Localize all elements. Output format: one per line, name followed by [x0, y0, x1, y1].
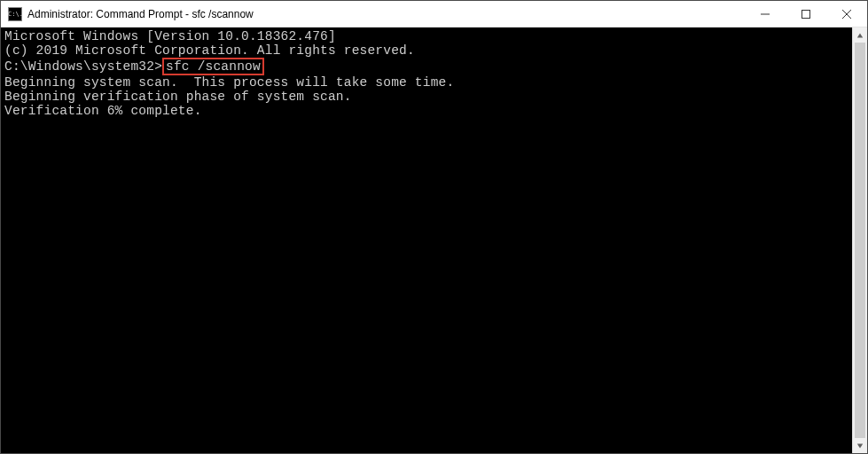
titlebar[interactable]: C:\. Administrator: Command Prompt - sfc…: [1, 1, 867, 27]
scroll-down-button[interactable]: [853, 438, 867, 453]
maximize-button[interactable]: [786, 1, 826, 27]
minimize-button[interactable]: [745, 1, 786, 27]
svg-marker-5: [857, 443, 863, 448]
chevron-down-icon: [856, 442, 864, 450]
output-line: Beginning verification phase of system s…: [4, 90, 852, 104]
maximize-icon: [802, 10, 810, 19]
minimize-icon: [761, 10, 770, 19]
vertical-scrollbar[interactable]: [852, 27, 867, 453]
cmd-icon: C:\.: [8, 7, 22, 21]
prompt-text: C:\Windows\system32>: [4, 59, 162, 74]
scroll-thumb[interactable]: [855, 43, 865, 438]
prompt-line: C:\Windows\system32>sfc /scannow: [4, 58, 852, 75]
scroll-track[interactable]: [853, 43, 867, 438]
content-area: Microsoft Windows [Version 10.0.18362.47…: [1, 27, 867, 453]
output-line: Microsoft Windows [Version 10.0.18362.47…: [4, 29, 852, 43]
window-title: Administrator: Command Prompt - sfc /sca…: [27, 8, 254, 20]
terminal-output[interactable]: Microsoft Windows [Version 10.0.18362.47…: [1, 27, 852, 453]
output-line: Beginning system scan. This process will…: [4, 75, 852, 90]
cmd-icon-text: C:\.: [8, 11, 23, 18]
chevron-up-icon: [856, 32, 864, 39]
scroll-up-button[interactable]: [853, 27, 867, 43]
close-button[interactable]: [826, 1, 867, 27]
output-line: (c) 2019 Microsoft Corporation. All righ…: [4, 43, 852, 58]
command-highlight: sfc /scannow: [162, 58, 264, 75]
svg-marker-4: [857, 33, 863, 37]
command-prompt-window: C:\. Administrator: Command Prompt - sfc…: [0, 0, 868, 454]
output-line: Verification 6% complete.: [4, 104, 852, 118]
close-icon: [842, 10, 851, 19]
svg-rect-1: [802, 10, 810, 18]
